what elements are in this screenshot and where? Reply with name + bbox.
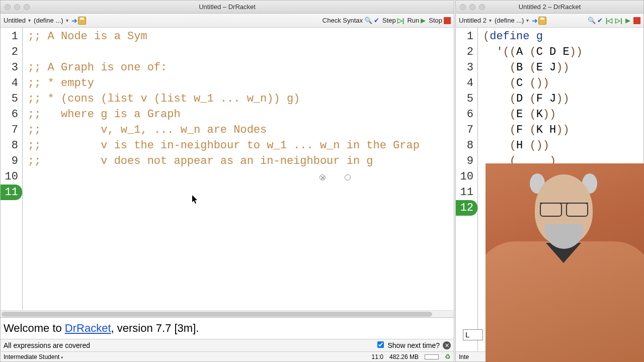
code-line[interactable]: ;; A Node is a Sym xyxy=(28,29,454,44)
minimize-window-icon[interactable] xyxy=(14,4,20,10)
code-line[interactable]: ;; v does not appear as an in-neighbour … xyxy=(28,153,454,169)
code-line[interactable]: (define g xyxy=(483,29,643,44)
code-line[interactable]: (D (F J)) xyxy=(483,91,643,107)
code-line[interactable] xyxy=(28,44,454,60)
toolbar-left: Untitled (define ...) ➜ Check Syntax 🔍✔ … xyxy=(1,14,454,28)
step-forward-button[interactable]: ▷| xyxy=(615,17,622,24)
check-icon: ✔ xyxy=(597,17,603,24)
show-next-time-checkbox[interactable] xyxy=(377,341,384,348)
line-gutter-left: 1234567891011 xyxy=(1,28,23,310)
stop-icon xyxy=(444,17,451,24)
line-number: 12 xyxy=(456,200,477,216)
line-number: 7 xyxy=(456,122,477,138)
editor-left[interactable]: 1234567891011 ;; A Node is a Sym ;; A Gr… xyxy=(1,28,454,310)
line-number: 8 xyxy=(456,138,477,153)
step-label: Step xyxy=(382,17,396,24)
step-icon: ▷| xyxy=(397,17,405,24)
code-line[interactable]: '((A (C D E)) xyxy=(483,44,643,60)
line-number: 11 xyxy=(456,185,477,200)
drracket-link[interactable]: DrRacket xyxy=(65,322,111,334)
disk-icon xyxy=(78,17,86,25)
repl-pane[interactable]: Welcome to DrRacket, version 7.7 [3m]. xyxy=(1,317,454,339)
check-syntax-button[interactable]: 🔍✔ xyxy=(588,17,603,24)
check-icon: ✔ xyxy=(374,17,379,24)
magnifier-icon: 🔍 xyxy=(364,17,372,24)
arrow-icon: ➜ xyxy=(71,17,77,25)
code-line[interactable]: ;; v, w_1, ... w_n are Nodes xyxy=(28,122,454,138)
code-line[interactable]: ;; A Graph is one of: xyxy=(28,60,454,75)
code-line[interactable]: ;; * (cons (list v (list w_1 ... w_n)) g… xyxy=(28,91,454,107)
line-number: 1 xyxy=(1,29,22,44)
code-line[interactable]: ;; * empty xyxy=(28,75,454,91)
line-number: 1 xyxy=(456,29,477,44)
language-selector[interactable]: Intermediate Student xyxy=(4,353,63,360)
horizontal-scrollbar[interactable] xyxy=(1,310,454,317)
file-dropdown[interactable]: Untitled xyxy=(4,17,31,24)
run-button[interactable]: Run ▶ xyxy=(407,17,426,24)
line-number: 6 xyxy=(456,107,477,122)
coverage-message: All expressions are covered xyxy=(4,341,90,349)
code-line[interactable]: (B (E J)) xyxy=(483,60,643,75)
line-number: 10 xyxy=(1,169,22,185)
run-button[interactable]: ▶ xyxy=(625,17,630,24)
play-icon: ▶ xyxy=(421,17,426,24)
code-line[interactable]: (C ()) xyxy=(483,75,643,91)
save-button[interactable]: ➜ xyxy=(71,17,86,25)
code-line[interactable] xyxy=(28,169,454,185)
annotation-o-icon xyxy=(345,174,351,180)
language-selector-partial[interactable]: Inte xyxy=(459,353,469,360)
stop-button[interactable]: Stop xyxy=(429,17,451,24)
window-title-left: Untitled – DrRacket xyxy=(1,3,454,11)
code-line[interactable]: ;; where g is a Graph xyxy=(28,107,454,122)
annotation-x-icon xyxy=(319,174,326,180)
traffic-lights xyxy=(5,4,30,10)
line-number: 5 xyxy=(1,91,22,107)
titlebar-right[interactable]: Untitled 2 – DrRacket xyxy=(456,1,643,14)
floating-box: L xyxy=(463,329,483,340)
titlebar-left[interactable]: Untitled – DrRacket xyxy=(1,1,454,14)
show-next-time-label[interactable]: Show next time? xyxy=(377,341,440,349)
step-back-button[interactable]: |◁ xyxy=(606,17,613,24)
line-number: 9 xyxy=(1,153,22,169)
line-number: 4 xyxy=(1,75,22,91)
traffic-lights-right xyxy=(460,4,485,10)
define-dropdown[interactable]: (define ...) xyxy=(495,17,529,24)
window-left: Untitled – DrRacket Untitled (define ...… xyxy=(0,0,454,362)
run-label: Run xyxy=(407,17,419,24)
code-line[interactable]: (E (K)) xyxy=(483,107,643,122)
gc-icon[interactable]: ♻ xyxy=(445,353,451,360)
close-coverage-icon[interactable]: ✕ xyxy=(443,341,451,349)
memory-usage: 482.26 MB xyxy=(389,353,419,360)
file-dropdown[interactable]: Untitled 2 xyxy=(459,17,492,24)
save-button[interactable]: ➜ xyxy=(532,17,546,25)
line-number: 8 xyxy=(1,138,22,153)
line-number: 10 xyxy=(456,169,477,185)
code-line[interactable]: ;; v is the in-neighbour to w_1 ... w_n … xyxy=(28,138,454,153)
line-number: 7 xyxy=(1,122,22,138)
coverage-bar: All expressions are covered Show next ti… xyxy=(1,339,454,351)
line-number: 11 xyxy=(1,185,22,200)
minimize-window-icon[interactable] xyxy=(469,4,475,10)
step-button[interactable]: Step ▷| xyxy=(382,17,404,24)
define-dropdown[interactable]: (define ...) xyxy=(34,17,68,24)
zoom-window-icon[interactable] xyxy=(479,4,485,10)
toolbar-right: Untitled 2 (define ...) ➜ 🔍✔ |◁ ▷| ▶ xyxy=(456,14,643,28)
stop-button[interactable] xyxy=(633,17,640,24)
line-number: 2 xyxy=(456,44,477,60)
stop-label: Stop xyxy=(429,17,442,24)
check-syntax-button[interactable]: Check Syntax 🔍✔ xyxy=(323,17,379,24)
magnifier-icon: 🔍 xyxy=(588,17,596,24)
code-area-left[interactable]: ;; A Node is a Sym ;; A Graph is one of:… xyxy=(23,28,454,310)
close-window-icon[interactable] xyxy=(460,4,466,10)
code-line[interactable]: (H ()) xyxy=(483,138,643,153)
scrollbar-thumb[interactable] xyxy=(2,312,432,317)
close-window-icon[interactable] xyxy=(5,4,11,10)
check-syntax-label: Check Syntax xyxy=(323,17,363,24)
code-line[interactable]: (F (K H)) xyxy=(483,122,643,138)
disk-icon xyxy=(538,17,546,25)
repl-welcome-pre: Welcome to xyxy=(4,322,65,334)
show-next-time-text: Show next time? xyxy=(388,341,440,349)
line-number: 6 xyxy=(1,107,22,122)
zoom-window-icon[interactable] xyxy=(24,4,30,10)
code-line[interactable] xyxy=(28,185,454,200)
